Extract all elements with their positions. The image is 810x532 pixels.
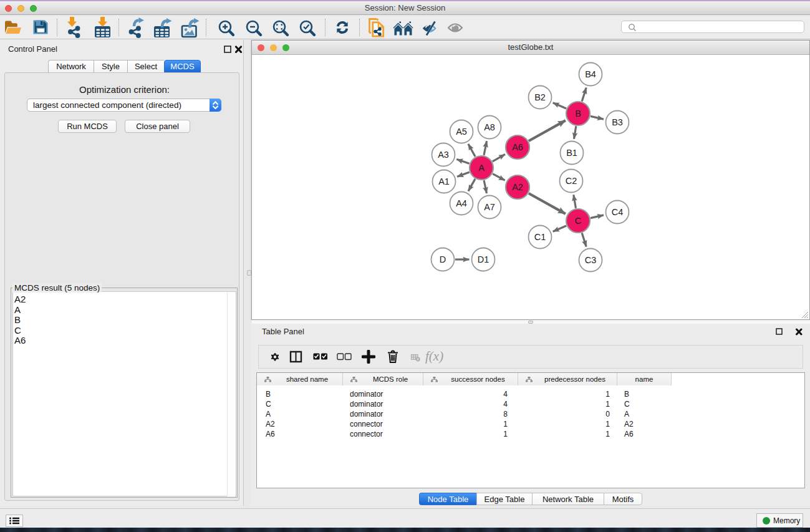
svg-text:A8: A8 <box>484 122 495 132</box>
svg-text:C4: C4 <box>612 207 624 217</box>
svg-text:C3: C3 <box>585 255 597 265</box>
svg-text:A2: A2 <box>512 182 523 192</box>
svg-text:B2: B2 <box>534 92 546 102</box>
svg-text:C: C <box>575 216 581 226</box>
svg-text:A4: A4 <box>456 198 467 208</box>
svg-text:B: B <box>575 109 581 118</box>
svg-text:A5: A5 <box>456 127 467 137</box>
svg-text:A1: A1 <box>438 177 450 186</box>
svg-text:B4: B4 <box>585 69 596 79</box>
svg-text:C2: C2 <box>566 176 577 186</box>
svg-text:D: D <box>440 254 446 264</box>
svg-text:A: A <box>478 163 485 173</box>
svg-text:A7: A7 <box>484 202 495 212</box>
svg-text:C1: C1 <box>534 232 546 242</box>
svg-text:B3: B3 <box>612 117 623 127</box>
svg-text:B1: B1 <box>566 148 577 158</box>
svg-text:A6: A6 <box>512 142 523 152</box>
svg-text:A3: A3 <box>438 150 449 160</box>
svg-text:D1: D1 <box>478 254 489 264</box>
